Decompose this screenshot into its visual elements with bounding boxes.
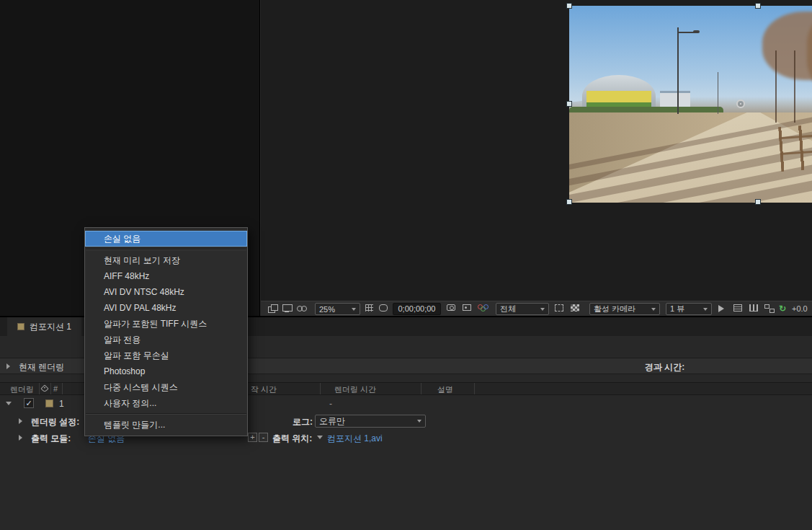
remove-output-module-button[interactable]: - xyxy=(259,433,268,442)
photo-lamp-head xyxy=(693,30,700,33)
selection-handle-top-center[interactable] xyxy=(755,3,761,9)
exposure-value[interactable]: +0.0 xyxy=(792,304,808,313)
output-module-template-menu: 손실 없음 현재 미리 보기 저장 AIFF 48kHz AVI DV NTSC… xyxy=(84,227,248,436)
photo-ground xyxy=(569,112,812,203)
tag-icon xyxy=(40,384,48,392)
log-dropdown[interactable]: 오류만 xyxy=(315,415,426,428)
mask-visibility-icon[interactable] xyxy=(379,304,388,312)
chevron-down-icon xyxy=(540,308,545,311)
composition-image[interactable] xyxy=(569,6,812,203)
selection-handle-mid-left[interactable] xyxy=(566,101,572,107)
window-layout-icon[interactable] xyxy=(268,304,277,313)
stereo-glasses-icon[interactable] xyxy=(297,304,306,313)
menu-item-avi-dv-ntsc-48khz[interactable]: AVI DV NTSC 48kHz xyxy=(85,284,247,300)
composition-color-swatch xyxy=(45,399,53,407)
column-divider xyxy=(50,383,51,394)
elapsed-time-label: 경과 시간: xyxy=(645,361,684,374)
column-number: # xyxy=(53,384,58,393)
timeline-icon[interactable] xyxy=(733,304,742,312)
menu-item-aiff-48khz[interactable]: AIFF 48kHz xyxy=(85,268,247,284)
monitor-icon[interactable] xyxy=(282,304,292,313)
column-start-time: 작 시간 xyxy=(251,384,277,395)
tab-label: 컴포지션 1 xyxy=(30,321,71,333)
menu-item-multi-machine-sequence[interactable]: 다중 시스템 시퀀스 xyxy=(85,379,247,395)
after-effects-window: 25% 0;00;00;00 전체 활성 카메라 1 뷰 ↻ +0.0 xyxy=(0,0,812,530)
column-render-time: 렌더링 시간 xyxy=(334,384,376,395)
chevron-down-icon xyxy=(352,308,356,311)
menu-item-make-template[interactable]: 템플릿 만들기... xyxy=(85,417,247,433)
reset-exposure-icon[interactable]: ↻ xyxy=(779,304,786,314)
selection-handle-bottom-left[interactable] xyxy=(566,199,572,205)
menu-item-save-current-preview[interactable]: 현재 미리 보기 저장 xyxy=(85,252,247,268)
selection-handle-bottom-center[interactable] xyxy=(755,199,761,205)
menu-item-lossless[interactable]: 손실 없음 xyxy=(85,231,247,247)
camera-view-dropdown[interactable]: 활성 카메라 xyxy=(589,303,660,315)
twirl-render-item[interactable] xyxy=(6,402,12,405)
column-comment: 설명 xyxy=(437,384,453,395)
timecode-field[interactable]: 0;00;00;00 xyxy=(393,303,441,315)
composition-viewer xyxy=(261,0,812,301)
fast-previews-icon[interactable] xyxy=(718,304,727,313)
current-render-label: 현재 렌더링 xyxy=(19,361,64,374)
resolution-value: 전체 xyxy=(500,304,537,314)
render-item-number: 1 xyxy=(59,399,64,409)
composition-icon xyxy=(17,323,24,330)
menu-item-custom[interactable]: 사용자 정의... xyxy=(85,395,247,411)
column-divider xyxy=(62,383,63,394)
histogram-icon[interactable] xyxy=(749,304,758,312)
photo-utility-pole xyxy=(718,72,718,114)
output-file-chevron-icon[interactable] xyxy=(317,436,323,439)
view-layout-dropdown[interactable]: 1 뷰 xyxy=(666,303,712,315)
log-value: 오류만 xyxy=(319,415,414,428)
selection-handle-top-left[interactable] xyxy=(566,3,572,9)
menu-item-avi-dv-pal-48khz[interactable]: AVI DV PAL 48kHz xyxy=(85,300,247,316)
output-module-label: 출력 모듈: xyxy=(31,433,71,445)
chevron-down-icon xyxy=(651,308,656,311)
twirl-current-render[interactable] xyxy=(6,363,10,369)
menu-item-alpha-only[interactable]: 알파 전용 xyxy=(85,332,247,348)
chevron-down-icon xyxy=(703,308,708,311)
render-checkbox[interactable]: ✓ xyxy=(24,398,34,408)
composition-toolbar: 25% 0;00;00;00 전체 활성 카메라 1 뷰 ↻ +0.0 xyxy=(261,301,812,316)
add-output-module-button[interactable]: + xyxy=(248,433,257,442)
photo-lamp-pole xyxy=(677,27,679,114)
render-time-value: - xyxy=(329,399,332,409)
show-channel-icon[interactable] xyxy=(478,304,488,312)
magnification-dropdown[interactable]: 25% xyxy=(315,303,360,315)
output-to-label: 출력 위치: xyxy=(272,433,312,445)
transparency-grid-icon[interactable] xyxy=(571,304,579,312)
grid-guides-icon[interactable] xyxy=(365,304,373,312)
chevron-down-icon xyxy=(417,420,421,423)
column-divider xyxy=(39,383,40,394)
magnification-value: 25% xyxy=(319,305,349,314)
snapshot-icon[interactable] xyxy=(447,304,455,311)
tab-render-queue[interactable]: 컴포지션 1 xyxy=(7,317,81,336)
render-settings-label: 렌더링 설정: xyxy=(31,416,79,428)
column-render: 렌더링 xyxy=(10,384,34,395)
column-divider xyxy=(320,383,321,394)
composition-flowchart-icon[interactable] xyxy=(764,304,774,313)
photo-tree-trunks xyxy=(775,50,812,123)
twirl-render-settings[interactable] xyxy=(19,418,22,424)
menu-item-lossless-with-alpha[interactable]: 알파 포함 무손실 xyxy=(85,348,247,363)
twirl-output-module[interactable] xyxy=(19,435,22,441)
output-file-link[interactable]: 컴포지션 1,avi xyxy=(327,433,383,445)
anchor-point-icon[interactable] xyxy=(736,100,745,108)
log-label: 로그: xyxy=(293,416,313,428)
show-snapshot-icon[interactable] xyxy=(463,304,471,311)
region-of-interest-icon[interactable] xyxy=(555,304,563,312)
menu-item-tiff-sequence-with-alpha[interactable]: 알파가 포함된 TIFF 시퀀스 xyxy=(85,316,247,332)
menu-separator xyxy=(86,249,246,250)
menu-item-photoshop[interactable]: Photoshop xyxy=(85,363,247,379)
resolution-dropdown[interactable]: 전체 xyxy=(496,303,549,315)
column-divider xyxy=(421,383,421,394)
column-divider xyxy=(474,383,475,394)
view-layout-value: 1 뷰 xyxy=(670,304,700,314)
camera-view-value: 활성 카메라 xyxy=(594,304,648,314)
menu-separator xyxy=(86,413,246,415)
